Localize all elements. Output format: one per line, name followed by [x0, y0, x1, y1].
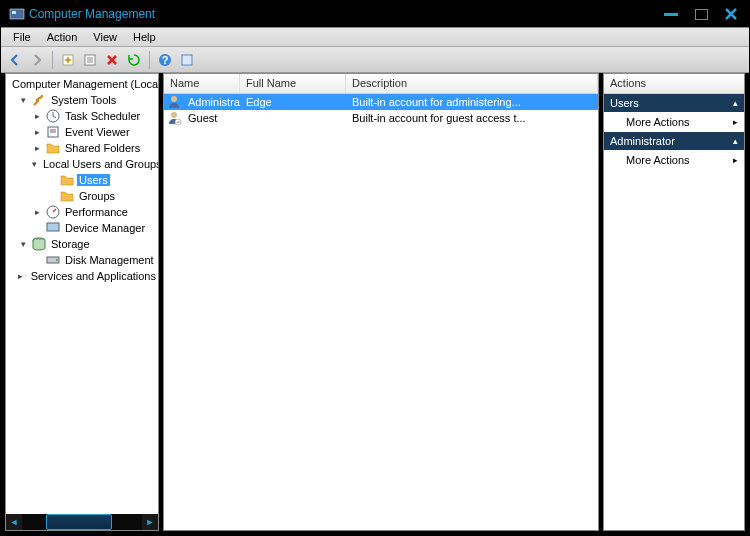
computer-management-window: Computer Management File Action View Hel…	[0, 0, 750, 536]
column-description[interactable]: Description	[346, 74, 598, 93]
svg-rect-1	[12, 11, 16, 14]
svg-point-31	[171, 112, 177, 118]
list-row[interactable]: Guest Built-in account for guest access …	[164, 110, 598, 126]
svg-rect-3	[695, 9, 708, 20]
titlebar: Computer Management	[1, 1, 749, 27]
folder-icon	[45, 140, 61, 156]
clock-icon	[45, 108, 61, 124]
svg-rect-15	[182, 55, 192, 65]
user-icon	[166, 110, 182, 126]
expand-icon[interactable]: ▸	[32, 143, 43, 154]
folder-icon	[59, 188, 75, 204]
column-name[interactable]: Name	[164, 74, 240, 93]
action-label: More Actions	[626, 116, 690, 128]
actions-item-more[interactable]: More Actions ▸	[604, 150, 744, 170]
navigation-tree[interactable]: Computer Management (Local) ▾ System Too…	[6, 74, 158, 514]
tree-device-manager[interactable]: Device Manager	[6, 220, 158, 236]
maximize-button[interactable]	[691, 6, 711, 22]
tools-icon	[31, 92, 47, 108]
cell-full-name: Edge	[240, 96, 346, 108]
storage-icon	[31, 236, 47, 252]
section-heading: Users	[610, 97, 639, 109]
help-button[interactable]: ?	[155, 50, 175, 70]
actions-section-users[interactable]: Users ▴	[604, 94, 744, 112]
disk-icon	[45, 252, 61, 268]
menu-view[interactable]: View	[85, 29, 125, 45]
action-label: More Actions	[626, 154, 690, 166]
cell-description: Built-in account for guest access t...	[346, 112, 598, 124]
menu-file[interactable]: File	[5, 29, 39, 45]
collapse-icon: ▴	[733, 98, 738, 108]
actions-item-more[interactable]: More Actions ▸	[604, 112, 744, 132]
section-heading: Administrator	[610, 135, 675, 147]
scroll-right-button[interactable]: ►	[142, 514, 158, 530]
app-icon	[9, 6, 25, 22]
svg-point-30	[171, 96, 177, 102]
svg-rect-24	[47, 223, 59, 231]
refresh-button[interactable]	[124, 50, 144, 70]
menu-action[interactable]: Action	[39, 29, 86, 45]
tree-shared-folders[interactable]: ▸ Shared Folders	[6, 140, 158, 156]
expand-icon[interactable]: ▸	[18, 271, 23, 282]
actions-section-administrator[interactable]: Administrator ▴	[604, 132, 744, 150]
tree-storage[interactable]: ▾ Storage	[6, 236, 158, 252]
expand-icon[interactable]: ▸	[32, 207, 43, 218]
tree-scrollbar[interactable]: ◄ ►	[6, 514, 158, 530]
tree-services-apps[interactable]: ▸ Services and Applications	[6, 268, 158, 284]
tree-event-viewer[interactable]: ▸ Event Viewer	[6, 124, 158, 140]
expand-icon[interactable]: ▸	[32, 127, 43, 138]
collapse-icon[interactable]: ▾	[18, 95, 29, 106]
actions-title: Actions	[604, 74, 744, 94]
collapse-icon[interactable]: ▾	[32, 159, 37, 170]
column-full-name[interactable]: Full Name	[240, 74, 346, 93]
list-body[interactable]: Administrator Edge Built-in account for …	[164, 94, 598, 530]
scroll-left-button[interactable]: ◄	[6, 514, 22, 530]
cell-name: Guest	[182, 112, 240, 124]
submenu-icon: ▸	[733, 117, 738, 127]
collapse-icon: ▴	[733, 136, 738, 146]
list-row[interactable]: Administrator Edge Built-in account for …	[164, 94, 598, 110]
properties-button[interactable]	[80, 50, 100, 70]
svg-point-27	[56, 259, 58, 261]
forward-button[interactable]	[27, 50, 47, 70]
device-icon	[45, 220, 61, 236]
close-button[interactable]	[721, 6, 741, 22]
tree-system-tools[interactable]: ▾ System Tools	[6, 92, 158, 108]
event-icon	[45, 124, 61, 140]
tree-groups[interactable]: Groups	[6, 188, 158, 204]
tree-users[interactable]: Users	[6, 172, 158, 188]
tree-root[interactable]: Computer Management (Local)	[6, 76, 158, 92]
performance-icon	[45, 204, 61, 220]
tree-disk-management[interactable]: Disk Management	[6, 252, 158, 268]
list-header: Name Full Name Description	[164, 74, 598, 94]
folder-icon	[59, 172, 75, 188]
toolbar: ?	[1, 47, 749, 73]
svg-rect-2	[664, 13, 678, 16]
tree-panel: Computer Management (Local) ▾ System Too…	[5, 73, 159, 531]
actions-body: Users ▴ More Actions ▸ Administrator ▴ M…	[604, 94, 744, 530]
cell-name: Administrator	[182, 96, 240, 108]
collapse-icon[interactable]: ▾	[18, 239, 29, 250]
expand-icon[interactable]: ▸	[32, 111, 43, 122]
submenu-icon: ▸	[733, 155, 738, 165]
extra-button[interactable]	[177, 50, 197, 70]
actions-panel: Actions Users ▴ More Actions ▸ Administr…	[603, 73, 745, 531]
cell-description: Built-in account for administering...	[346, 96, 598, 108]
back-button[interactable]	[5, 50, 25, 70]
menu-bar: File Action View Help	[1, 27, 749, 47]
delete-button[interactable]	[102, 50, 122, 70]
window-controls	[661, 6, 741, 22]
tree-local-users-groups[interactable]: ▾ Local Users and Groups	[6, 156, 158, 172]
menu-help[interactable]: Help	[125, 29, 164, 45]
workspace: Computer Management (Local) ▾ System Too…	[1, 73, 749, 535]
services-icon	[25, 268, 27, 284]
scroll-thumb[interactable]	[46, 514, 112, 530]
list-panel: Name Full Name Description Administrator…	[163, 73, 599, 531]
user-icon	[166, 94, 182, 110]
tree-task-scheduler[interactable]: ▸ Task Scheduler	[6, 108, 158, 124]
window-title: Computer Management	[29, 7, 661, 21]
svg-text:?: ?	[162, 54, 169, 66]
minimize-button[interactable]	[661, 6, 681, 22]
new-button[interactable]	[58, 50, 78, 70]
tree-performance[interactable]: ▸ Performance	[6, 204, 158, 220]
